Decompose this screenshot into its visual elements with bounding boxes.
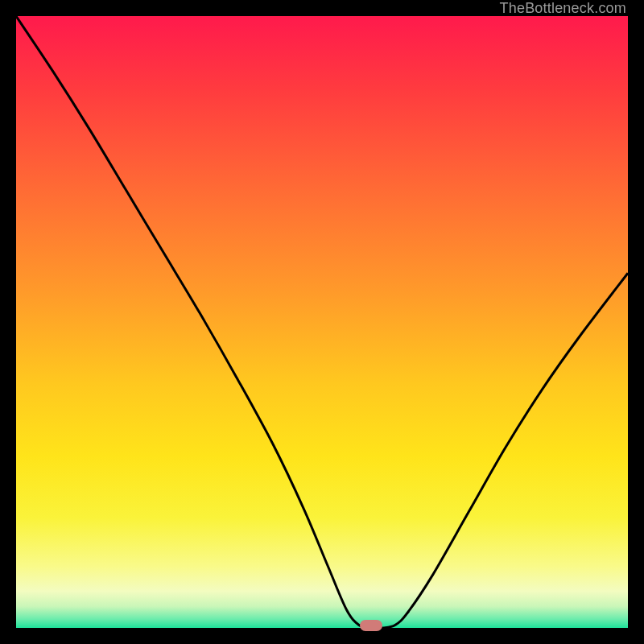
bottleneck-curve <box>16 16 628 628</box>
plot-area <box>16 16 628 628</box>
watermark-text: TheBottleneck.com <box>500 0 626 17</box>
optimum-marker <box>360 620 382 631</box>
chart-container: TheBottleneck.com <box>0 0 644 644</box>
curve-layer <box>16 16 628 628</box>
